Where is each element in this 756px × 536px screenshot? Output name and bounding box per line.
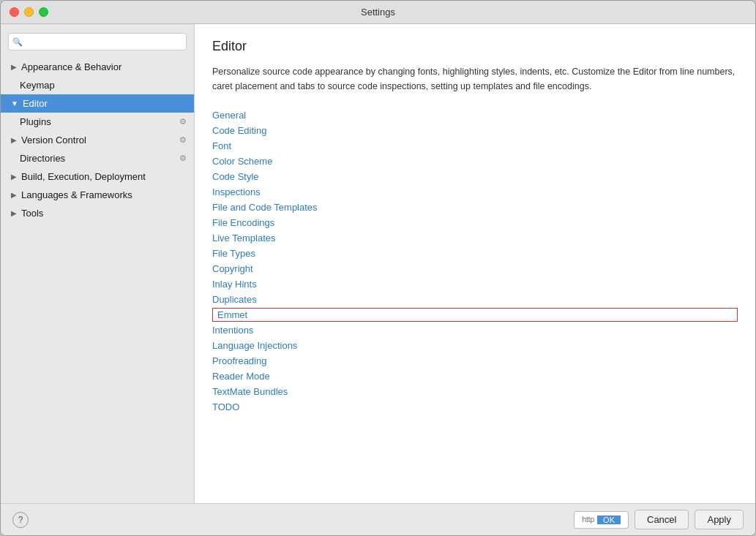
sidebar-item-label: Appearance & Behavior — [21, 61, 121, 72]
chevron-icon: ▶ — [11, 136, 17, 144]
chevron-icon: ▶ — [11, 191, 17, 199]
title-bar: Settings — [1, 1, 755, 24]
traffic-lights — [10, 7, 48, 17]
sidebar-item-tools[interactable]: ▶ Tools — [1, 204, 194, 222]
minimize-button[interactable] — [24, 7, 34, 17]
link-inspections[interactable]: Inspections — [212, 185, 738, 199]
link-proofreading[interactable]: Proofreading — [212, 354, 738, 368]
sidebar-item-keymap[interactable]: Keymap — [1, 76, 194, 94]
maximize-button[interactable] — [39, 7, 48, 17]
link-reader-mode[interactable]: Reader Mode — [212, 369, 738, 383]
settings-icon: ⚙ — [179, 154, 187, 163]
ok-label: OK — [597, 516, 621, 524]
chevron-icon: ▶ — [11, 63, 17, 71]
ok-url-button[interactable]: httpOK — [574, 511, 629, 529]
settings-icon: ⚙ — [179, 117, 187, 127]
right-panel: Editor Personalize source code appearanc… — [195, 24, 755, 503]
chevron-icon: ▶ — [11, 209, 17, 217]
sidebar-item-label: Directories — [20, 153, 65, 164]
main-content: 🔍 ▶ Appearance & Behavior Keymap ▼ Edito… — [1, 24, 755, 503]
sidebar-item-build[interactable]: ▶ Build, Execution, Deployment — [1, 167, 194, 186]
link-code-editing[interactable]: Code Editing — [212, 124, 738, 137]
close-button[interactable] — [10, 7, 19, 17]
settings-window: Settings 🔍 ▶ Appearance & Behavior Keyma… — [0, 0, 756, 536]
link-file-code-templates[interactable]: File and Code Templates — [212, 200, 738, 214]
chevron-icon: ▼ — [11, 99, 18, 107]
search-icon: 🔍 — [12, 37, 23, 47]
link-file-encodings[interactable]: File Encodings — [212, 216, 738, 230]
link-intentions[interactable]: Intentions — [212, 323, 738, 337]
chevron-icon: ▶ — [11, 173, 17, 181]
link-todo[interactable]: TODO — [212, 400, 738, 414]
sidebar-item-label: Languages & Frameworks — [21, 189, 132, 200]
link-code-style[interactable]: Code Style — [212, 170, 738, 184]
link-duplicates[interactable]: Duplicates — [212, 292, 738, 306]
link-color-scheme[interactable]: Color Scheme — [212, 154, 738, 168]
link-language-injections[interactable]: Language Injections — [212, 339, 738, 352]
settings-icon: ⚙ — [179, 135, 187, 145]
link-emmet[interactable]: Emmet — [212, 308, 738, 322]
url-prefix: http — [582, 516, 594, 524]
search-box: 🔍 — [8, 33, 187, 50]
sidebar: 🔍 ▶ Appearance & Behavior Keymap ▼ Edito… — [1, 24, 195, 503]
apply-button[interactable]: Apply — [695, 510, 744, 529]
window-title: Settings — [361, 7, 395, 18]
link-copyright[interactable]: Copyright — [212, 262, 738, 276]
sidebar-item-label: Plugins — [20, 116, 51, 127]
sidebar-item-label: Build, Execution, Deployment — [21, 171, 146, 182]
sidebar-item-label: Version Control — [21, 135, 86, 146]
link-file-types[interactable]: File Types — [212, 246, 738, 260]
sidebar-item-plugins[interactable]: Plugins ⚙ — [1, 113, 194, 131]
sidebar-item-label: Tools — [21, 208, 43, 219]
link-textmate-bundles[interactable]: TextMate Bundles — [212, 385, 738, 399]
link-inlay-hints[interactable]: Inlay Hints — [212, 277, 738, 291]
sidebar-item-version-control[interactable]: ▶ Version Control ⚙ — [1, 131, 194, 149]
sidebar-item-directories[interactable]: Directories ⚙ — [1, 149, 194, 167]
panel-title: Editor — [212, 39, 738, 54]
link-general[interactable]: General — [212, 108, 738, 122]
links-list: General Code Editing Font Color Scheme C… — [212, 108, 738, 414]
search-input[interactable] — [8, 33, 187, 50]
bottom-bar: ? httpOK Cancel Apply — [1, 503, 755, 535]
sidebar-item-appearance[interactable]: ▶ Appearance & Behavior — [1, 58, 194, 76]
link-live-templates[interactable]: Live Templates — [212, 231, 738, 245]
sidebar-item-label: Keymap — [20, 80, 55, 91]
link-font[interactable]: Font — [212, 139, 738, 153]
sidebar-item-label: Editor — [23, 98, 48, 109]
panel-description: Personalize source code appearance by ch… — [212, 64, 738, 94]
cancel-button[interactable]: Cancel — [635, 510, 689, 529]
help-button[interactable]: ? — [12, 512, 29, 528]
sidebar-item-editor[interactable]: ▼ Editor — [1, 94, 194, 113]
sidebar-item-languages[interactable]: ▶ Languages & Frameworks — [1, 186, 194, 204]
